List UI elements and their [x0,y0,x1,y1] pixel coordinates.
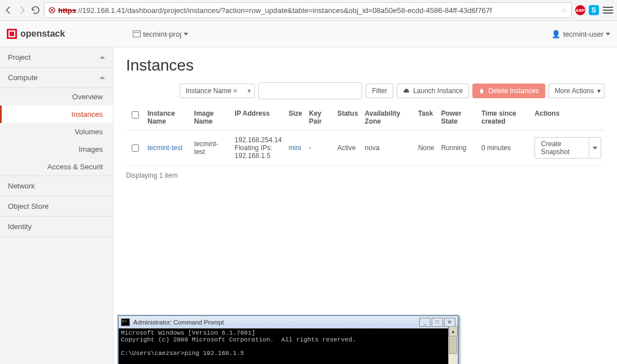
reload-icon[interactable] [31,5,41,15]
sidebar-item-instances[interactable]: Instances [0,106,113,123]
minimize-button[interactable]: _ [419,318,431,327]
abp-icon[interactable]: ABP [575,5,585,15]
logo-icon [7,29,17,39]
scroll-thumb[interactable] [449,336,457,354]
create-snapshot-button[interactable]: Create Snapshot [535,137,589,159]
sidebar-sec-object-store[interactable]: Object Store [0,196,113,217]
trash-icon [479,87,485,94]
button-label: More Actions [555,87,594,95]
col-task[interactable]: Task [415,105,438,130]
cell-az: nova [362,130,415,166]
project-name: tecmint-proj [143,30,181,38]
filter-button[interactable]: Filter [366,84,393,98]
button-label: Launch Instance [413,87,463,95]
col-name[interactable]: Instance Name [144,105,191,130]
instances-table: Instance Name Image Name IP Address Size… [126,105,605,166]
filter-field-select[interactable]: Instance Name = ▾ [180,84,255,98]
close-button[interactable]: ✕ [444,318,455,327]
url-scheme: https [58,6,76,15]
cmd-scrollbar[interactable]: ▲ ▼ [448,326,458,364]
col-image[interactable]: Image Name [191,105,232,130]
select-all-checkbox[interactable] [132,111,139,119]
cell-image: tecmint-test [191,130,232,166]
caret-down-icon [184,33,188,36]
sidebar-label: Project [8,53,31,62]
ip-floating-label: Floating IPs: [234,144,281,152]
sidebar-label: Object Store [8,202,49,210]
browser-toolbar: https ://192.168.1.41/dashboard/project/… [0,0,617,21]
brand: openstack [7,29,65,39]
sidebar-item-access[interactable]: Access & Securit [0,158,113,176]
page-title: Instances [126,56,605,74]
col-actions: Actions [531,105,605,130]
sidebar-label: Compute [8,73,38,82]
col-size[interactable]: Size [285,105,306,130]
user-menu[interactable]: 👤 tecmint-user [551,30,610,38]
project-icon [133,30,141,37]
col-az[interactable]: Availability Zone [362,105,415,130]
row-checkbox[interactable] [132,144,139,152]
sidebar-sec-identity[interactable]: Identity [0,217,113,237]
col-key[interactable]: Key Pair [306,105,334,130]
table-row: tecmint-test tecmint-test 192.168.254.14… [126,130,605,166]
cell-power: Running [438,130,478,166]
caret-down-icon [593,147,597,150]
cmd-title-text: Administrator: Command Prompt [133,319,224,326]
cell-time: 0 minutes [478,130,531,166]
cloud-upload-icon [403,87,410,94]
url-text: ://192.168.1.41/dashboard/project/instan… [76,6,492,15]
sidebar-sec-compute[interactable]: Compute [0,68,113,88]
delete-instances-button[interactable]: Delete Instances [472,84,545,98]
caret-down-icon: ▾ [597,87,601,95]
sidebar-sec-network[interactable]: Network [0,176,113,196]
cell-task: None [415,130,438,166]
instance-name-link[interactable]: tecmint-test [147,144,183,152]
app-topbar: openstack tecmint-proj 👤 tecmint-user [0,21,617,47]
command-prompt-window[interactable]: Administrator: Command Prompt _ □ ✕ Micr… [118,315,459,364]
chevron-up-icon [99,56,105,59]
filter-toolbar: Instance Name = ▾ Filter Launch Instance… [126,82,605,99]
more-actions-button[interactable]: More Actions▾ [549,84,605,98]
col-status[interactable]: Status [334,105,362,130]
sidebar-item-volumes[interactable]: Volumes [0,123,113,141]
address-bar[interactable]: https ://192.168.1.41/dashboard/project/… [44,2,572,18]
brand-text: openstack [20,29,65,39]
project-selector[interactable]: tecmint-proj [133,30,188,38]
flavor-link[interactable]: mini [289,144,301,152]
row-action-split: Create Snapshot [535,137,601,159]
launch-instance-button[interactable]: Launch Instance [397,84,469,98]
main-content: Instances Instance Name = ▾ Filter Launc… [114,47,617,364]
scroll-up-icon[interactable]: ▲ [449,326,458,336]
cell-ip: 192.168.254.14 Floating IPs: 192.168.1.5 [231,130,285,166]
user-icon: 👤 [551,30,560,38]
sidebar-label: Network [8,182,35,190]
col-ip[interactable]: IP Address [231,105,285,130]
sidebar: Project Compute Overview Instances Volum… [0,47,114,364]
menu-icon[interactable] [602,5,614,15]
cmd-titlebar[interactable]: Administrator: Command Prompt _ □ ✕ [119,316,458,328]
cmd-output[interactable]: Microsoft Windows [Version 6.1.7601] Cop… [119,328,458,364]
caret-down-icon [606,33,610,36]
cell-status: Active [334,130,362,166]
forward-icon[interactable] [17,5,27,15]
star-icon[interactable]: ☆ [561,6,568,15]
skype-icon[interactable]: S [589,5,599,15]
table-footer: Displaying 1 item [126,166,605,185]
ip-floating: 192.168.1.5 [234,152,281,160]
cmd-icon [121,318,130,326]
cell-key: - [306,130,334,166]
table-header-row: Instance Name Image Name IP Address Size… [126,105,605,130]
maximize-button[interactable]: □ [432,318,443,327]
caret-down-icon: ▾ [247,87,251,95]
sidebar-label: Identity [8,222,32,231]
col-power[interactable]: Power State [438,105,478,130]
col-time[interactable]: Time since created [478,105,531,130]
back-icon[interactable] [3,5,14,15]
filter-input[interactable] [258,82,362,99]
chevron-up-icon [99,76,105,79]
insecure-icon [48,6,56,14]
row-action-dropdown[interactable] [589,137,601,159]
sidebar-item-images[interactable]: Images [0,141,113,158]
sidebar-sec-project[interactable]: Project [0,47,113,68]
sidebar-item-overview[interactable]: Overview [0,88,113,106]
